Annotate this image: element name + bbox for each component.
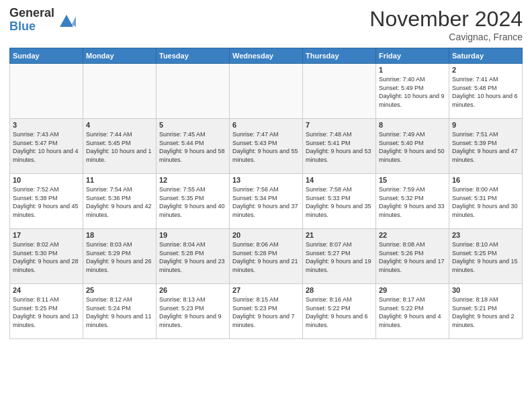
calendar-day-cell: 14Sunrise: 7:58 AMSunset: 5:33 PMDayligh… [303, 174, 376, 229]
calendar-day-cell [10, 64, 83, 119]
calendar-day-cell: 25Sunrise: 8:12 AMSunset: 5:24 PMDayligh… [83, 284, 157, 339]
location: Cavignac, France [369, 32, 523, 42]
logo-general: General [9, 7, 54, 20]
calendar-week-row: 3Sunrise: 7:43 AMSunset: 5:47 PMDaylight… [10, 119, 523, 174]
calendar-day-cell: 7Sunrise: 7:48 AMSunset: 5:41 PMDaylight… [303, 119, 376, 174]
day-number: 28 [306, 286, 373, 294]
day-info: Sunrise: 8:16 AMSunset: 5:22 PMDaylight:… [306, 295, 373, 329]
day-info: Sunrise: 7:48 AMSunset: 5:41 PMDaylight:… [306, 130, 373, 164]
day-number: 12 [159, 176, 226, 184]
day-info: Sunrise: 8:12 AMSunset: 5:24 PMDaylight:… [86, 295, 153, 329]
day-info: Sunrise: 7:43 AMSunset: 5:47 PMDaylight:… [13, 130, 80, 164]
day-info: Sunrise: 8:00 AMSunset: 5:31 PMDaylight:… [452, 185, 519, 219]
calendar-day-cell: 28Sunrise: 8:16 AMSunset: 5:22 PMDayligh… [303, 284, 376, 339]
day-number: 5 [159, 121, 226, 129]
day-info: Sunrise: 7:40 AMSunset: 5:49 PMDaylight:… [379, 75, 446, 109]
day-info: Sunrise: 8:08 AMSunset: 5:26 PMDaylight:… [379, 240, 446, 274]
header-sunday: Sunday [10, 48, 83, 64]
calendar-day-cell [83, 64, 157, 119]
day-number: 20 [232, 231, 300, 239]
day-info: Sunrise: 8:18 AMSunset: 5:21 PMDaylight:… [452, 295, 519, 329]
day-number: 14 [306, 176, 373, 184]
day-info: Sunrise: 8:07 AMSunset: 5:27 PMDaylight:… [306, 240, 373, 274]
day-info: Sunrise: 8:03 AMSunset: 5:29 PMDaylight:… [86, 240, 153, 274]
calendar-week-row: 24Sunrise: 8:11 AMSunset: 5:25 PMDayligh… [10, 284, 523, 339]
day-info: Sunrise: 8:11 AMSunset: 5:25 PMDaylight:… [13, 295, 80, 329]
day-info: Sunrise: 7:55 AMSunset: 5:35 PMDaylight:… [159, 185, 226, 219]
calendar-day-cell: 16Sunrise: 8:00 AMSunset: 5:31 PMDayligh… [449, 174, 523, 229]
calendar-day-cell: 17Sunrise: 8:02 AMSunset: 5:30 PMDayligh… [10, 229, 83, 284]
day-number: 6 [232, 121, 300, 129]
logo-blue: Blue [9, 20, 54, 34]
day-number: 15 [379, 176, 446, 184]
header-tuesday: Tuesday [157, 48, 230, 64]
day-number: 24 [13, 286, 80, 294]
calendar-day-cell [230, 64, 303, 119]
calendar-day-cell: 24Sunrise: 8:11 AMSunset: 5:25 PMDayligh… [10, 284, 83, 339]
day-info: Sunrise: 8:15 AMSunset: 5:23 PMDaylight:… [232, 295, 300, 329]
day-number: 3 [13, 121, 80, 129]
calendar-day-cell: 4Sunrise: 7:44 AMSunset: 5:45 PMDaylight… [83, 119, 157, 174]
day-info: Sunrise: 7:59 AMSunset: 5:32 PMDaylight:… [379, 185, 446, 219]
header-saturday: Saturday [449, 48, 523, 64]
day-number: 11 [86, 176, 153, 184]
day-info: Sunrise: 8:10 AMSunset: 5:25 PMDaylight:… [452, 240, 519, 274]
calendar-week-row: 10Sunrise: 7:52 AMSunset: 5:38 PMDayligh… [10, 174, 523, 229]
calendar-day-cell: 18Sunrise: 8:03 AMSunset: 5:29 PMDayligh… [83, 229, 157, 284]
day-number: 19 [159, 231, 226, 239]
calendar-container: General Blue November 2024 Cavignac, Fra… [0, 0, 532, 345]
day-number: 10 [13, 176, 80, 184]
calendar-day-cell: 29Sunrise: 8:17 AMSunset: 5:22 PMDayligh… [376, 284, 449, 339]
calendar-day-cell: 15Sunrise: 7:59 AMSunset: 5:32 PMDayligh… [376, 174, 449, 229]
day-number: 2 [452, 66, 519, 74]
logo-text: General Blue [9, 7, 54, 34]
day-info: Sunrise: 8:06 AMSunset: 5:28 PMDaylight:… [232, 240, 300, 274]
day-info: Sunrise: 8:02 AMSunset: 5:30 PMDaylight:… [13, 240, 80, 274]
day-number: 13 [232, 176, 300, 184]
day-info: Sunrise: 7:41 AMSunset: 5:48 PMDaylight:… [452, 75, 519, 109]
calendar-day-cell: 12Sunrise: 7:55 AMSunset: 5:35 PMDayligh… [157, 174, 230, 229]
day-info: Sunrise: 7:45 AMSunset: 5:44 PMDaylight:… [159, 130, 226, 164]
day-info: Sunrise: 7:47 AMSunset: 5:43 PMDaylight:… [232, 130, 300, 164]
day-info: Sunrise: 7:58 AMSunset: 5:33 PMDaylight:… [306, 185, 373, 219]
calendar-table: Sunday Monday Tuesday Wednesday Thursday… [9, 48, 523, 339]
calendar-day-cell: 9Sunrise: 7:51 AMSunset: 5:39 PMDaylight… [449, 119, 523, 174]
calendar-day-cell: 2Sunrise: 7:41 AMSunset: 5:48 PMDaylight… [449, 64, 523, 119]
day-number: 29 [379, 286, 446, 294]
header-friday: Friday [376, 48, 449, 64]
day-number: 21 [306, 231, 373, 239]
day-number: 16 [452, 176, 519, 184]
month-title: November 2024 [369, 7, 523, 32]
calendar-day-cell: 11Sunrise: 7:54 AMSunset: 5:36 PMDayligh… [83, 174, 157, 229]
day-info: Sunrise: 8:17 AMSunset: 5:22 PMDaylight:… [379, 295, 446, 329]
day-number: 30 [452, 286, 519, 294]
calendar-day-cell: 22Sunrise: 8:08 AMSunset: 5:26 PMDayligh… [376, 229, 449, 284]
weekday-header-row: Sunday Monday Tuesday Wednesday Thursday… [10, 48, 523, 64]
day-info: Sunrise: 7:49 AMSunset: 5:40 PMDaylight:… [379, 130, 446, 164]
day-number: 18 [86, 231, 153, 239]
day-number: 8 [379, 121, 446, 129]
calendar-day-cell: 30Sunrise: 8:18 AMSunset: 5:21 PMDayligh… [449, 284, 523, 339]
calendar-day-cell: 1Sunrise: 7:40 AMSunset: 5:49 PMDaylight… [376, 64, 449, 119]
calendar-day-cell [303, 64, 376, 119]
calendar-day-cell: 8Sunrise: 7:49 AMSunset: 5:40 PMDaylight… [376, 119, 449, 174]
title-block: November 2024 Cavignac, France [369, 7, 523, 42]
calendar-week-row: 17Sunrise: 8:02 AMSunset: 5:30 PMDayligh… [10, 229, 523, 284]
day-number: 23 [452, 231, 519, 239]
calendar-day-cell: 20Sunrise: 8:06 AMSunset: 5:28 PMDayligh… [230, 229, 303, 284]
day-number: 9 [452, 121, 519, 129]
logo: General Blue [9, 7, 76, 34]
header: General Blue November 2024 Cavignac, Fra… [9, 7, 523, 42]
day-number: 7 [306, 121, 373, 129]
day-info: Sunrise: 8:13 AMSunset: 5:23 PMDaylight:… [159, 295, 226, 329]
calendar-day-cell: 27Sunrise: 8:15 AMSunset: 5:23 PMDayligh… [230, 284, 303, 339]
day-number: 1 [379, 66, 446, 74]
day-info: Sunrise: 7:51 AMSunset: 5:39 PMDaylight:… [452, 130, 519, 164]
calendar-day-cell [157, 64, 230, 119]
calendar-week-row: 1Sunrise: 7:40 AMSunset: 5:49 PMDaylight… [10, 64, 523, 119]
calendar-day-cell: 23Sunrise: 8:10 AMSunset: 5:25 PMDayligh… [449, 229, 523, 284]
day-number: 22 [379, 231, 446, 239]
day-info: Sunrise: 8:04 AMSunset: 5:28 PMDaylight:… [159, 240, 226, 274]
calendar-day-cell: 26Sunrise: 8:13 AMSunset: 5:23 PMDayligh… [157, 284, 230, 339]
calendar-day-cell: 6Sunrise: 7:47 AMSunset: 5:43 PMDaylight… [230, 119, 303, 174]
